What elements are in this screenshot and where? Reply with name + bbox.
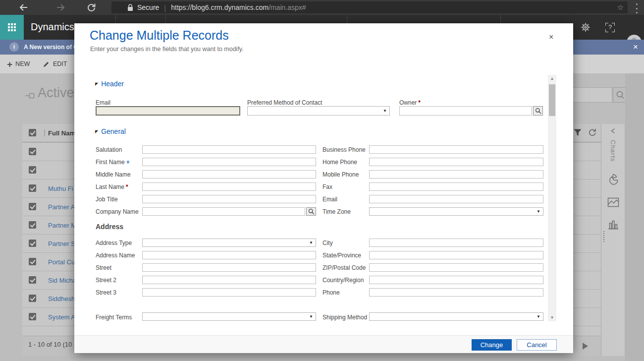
edit-button[interactable]: EDIT xyxy=(43,55,67,73)
street-input[interactable] xyxy=(142,263,316,272)
chevron-down-icon xyxy=(383,109,387,113)
back-button[interactable] xyxy=(18,2,29,13)
email-input[interactable] xyxy=(369,195,543,203)
notification-close-icon[interactable]: × xyxy=(633,42,638,52)
dialog-close-icon[interactable]: × xyxy=(549,33,553,42)
contact-link[interactable]: Sid Micha xyxy=(48,277,76,284)
collapse-chevron-icon[interactable] xyxy=(610,127,616,136)
select-all-checkbox[interactable] xyxy=(29,129,36,136)
job-title-input[interactable] xyxy=(142,195,316,203)
secure-label: Secure xyxy=(137,3,159,11)
row-checkbox[interactable] xyxy=(29,295,36,302)
notification-message: A New version of O xyxy=(24,44,78,51)
area-chart-icon[interactable] xyxy=(607,196,619,208)
company-lookup-button[interactable] xyxy=(306,207,316,216)
forward-button[interactable] xyxy=(55,2,66,13)
bar-chart-icon[interactable] xyxy=(607,219,619,231)
edit-button-label: EDIT xyxy=(53,60,67,67)
country-input[interactable] xyxy=(369,276,543,284)
city-input[interactable] xyxy=(369,239,543,247)
row-checkbox[interactable] xyxy=(29,276,36,284)
grid-refresh-icon[interactable] xyxy=(588,128,597,139)
scroll-down-icon[interactable] xyxy=(548,314,556,321)
middle-name-input[interactable] xyxy=(142,170,316,179)
contact-link[interactable]: Muthu Fi xyxy=(48,185,73,192)
lock-icon xyxy=(127,4,133,11)
pagination-text: 1 - 10 of 10 (10 xyxy=(28,341,72,348)
pencil-icon xyxy=(43,60,50,68)
row-checkbox[interactable] xyxy=(29,166,36,174)
job-title-label: Job Title xyxy=(96,196,118,203)
freight-terms-select[interactable] xyxy=(142,312,316,321)
first-name-input[interactable] xyxy=(142,158,316,166)
row-checkbox[interactable] xyxy=(29,240,36,247)
contact-link[interactable]: Partner M xyxy=(48,222,76,229)
section-general-title[interactable]: General xyxy=(95,127,126,135)
row-checkbox[interactable] xyxy=(29,258,36,265)
url-bar[interactable]: Secure | https://blog6.crm.dynamics.com … xyxy=(111,1,628,13)
filter-icon[interactable] xyxy=(574,129,582,138)
pin-view-icon[interactable] xyxy=(25,92,35,102)
new-button[interactable]: + NEW xyxy=(7,55,30,73)
phone-label: Phone xyxy=(322,289,340,296)
contact-link[interactable]: Partner S xyxy=(48,240,75,247)
contact-link[interactable]: Siddhesh xyxy=(48,295,75,302)
business-phone-input[interactable] xyxy=(369,145,543,154)
pie-chart-icon[interactable] xyxy=(607,174,619,185)
address-type-select[interactable] xyxy=(142,239,316,247)
street3-input[interactable] xyxy=(142,288,316,297)
fax-input[interactable] xyxy=(369,182,543,191)
street2-input[interactable] xyxy=(142,276,316,284)
state-label: State/Province xyxy=(322,252,361,259)
company-name-label: Company Name xyxy=(96,208,139,215)
next-page-icon[interactable] xyxy=(583,343,588,350)
help-icon[interactable]: ? xyxy=(605,23,615,32)
browser-menu-icon[interactable] xyxy=(635,2,638,14)
time-zone-select[interactable] xyxy=(369,207,543,216)
home-phone-label: Home Phone xyxy=(322,159,357,166)
dialog-scrollbar[interactable] xyxy=(548,75,556,321)
last-name-input[interactable] xyxy=(142,182,316,191)
app-launcher-button[interactable] xyxy=(0,15,24,40)
charts-panel: Charts xyxy=(601,124,625,356)
contact-link[interactable]: System A xyxy=(48,313,75,321)
mobile-phone-input[interactable] xyxy=(369,170,543,179)
change-button[interactable]: Change xyxy=(472,339,512,351)
cancel-button[interactable]: Cancel xyxy=(517,339,557,351)
recommended-marker: + xyxy=(126,159,130,166)
contact-link[interactable]: Portal Cu xyxy=(48,258,75,266)
home-phone-input[interactable] xyxy=(369,158,543,166)
salutation-input[interactable] xyxy=(142,145,316,154)
row-checkbox[interactable] xyxy=(29,148,36,155)
street2-label: Street 2 xyxy=(96,277,116,284)
browser-toolbar: Secure | https://blog6.crm.dynamics.com … xyxy=(0,0,644,15)
shipping-method-select[interactable] xyxy=(369,312,543,321)
state-input[interactable] xyxy=(369,251,543,259)
fax-label: Fax xyxy=(322,183,332,190)
row-checkbox[interactable] xyxy=(29,203,36,210)
address-section-title: Address xyxy=(96,223,123,231)
bookmark-star-icon[interactable] xyxy=(617,3,624,12)
row-checkbox[interactable] xyxy=(29,313,36,320)
required-marker: * xyxy=(418,99,421,106)
address-name-input[interactable] xyxy=(142,251,316,259)
owner-lookup-button[interactable] xyxy=(533,106,543,116)
column-header-full-name[interactable]: Full Nam xyxy=(48,129,75,137)
url-host: https://blog6.crm.dynamics.com xyxy=(171,3,268,11)
email-header-input[interactable] xyxy=(96,106,240,116)
row-checkbox[interactable] xyxy=(29,184,36,192)
contact-link[interactable]: Partner A xyxy=(48,203,75,211)
scroll-up-icon[interactable] xyxy=(548,75,556,82)
zip-input[interactable] xyxy=(369,263,543,272)
settings-gear-icon[interactable] xyxy=(581,22,590,34)
owner-input[interactable] xyxy=(399,106,532,116)
chevron-down-icon xyxy=(537,315,540,319)
refresh-button[interactable] xyxy=(86,2,97,13)
phone-input[interactable] xyxy=(369,288,543,297)
pmoc-select[interactable] xyxy=(247,106,390,116)
section-header-title[interactable]: Header xyxy=(95,80,124,88)
panel-drag-handle[interactable] xyxy=(603,231,604,242)
row-checkbox[interactable] xyxy=(29,221,36,229)
company-name-input[interactable] xyxy=(142,207,305,216)
scrollbar-thumb[interactable] xyxy=(549,84,555,116)
